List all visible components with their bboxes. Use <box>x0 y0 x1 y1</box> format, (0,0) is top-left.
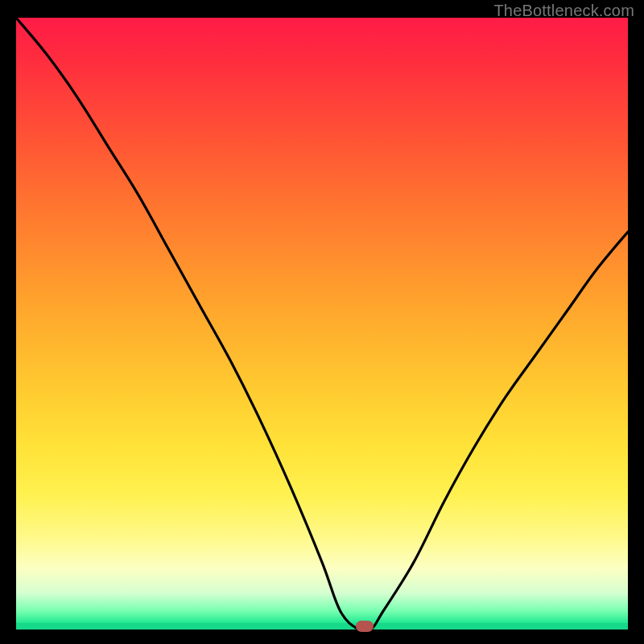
minimum-marker <box>356 621 374 632</box>
chart-stage: TheBottleneck.com <box>0 0 644 644</box>
bottleneck-curve <box>16 18 628 630</box>
watermark-text: TheBottleneck.com <box>493 2 634 20</box>
